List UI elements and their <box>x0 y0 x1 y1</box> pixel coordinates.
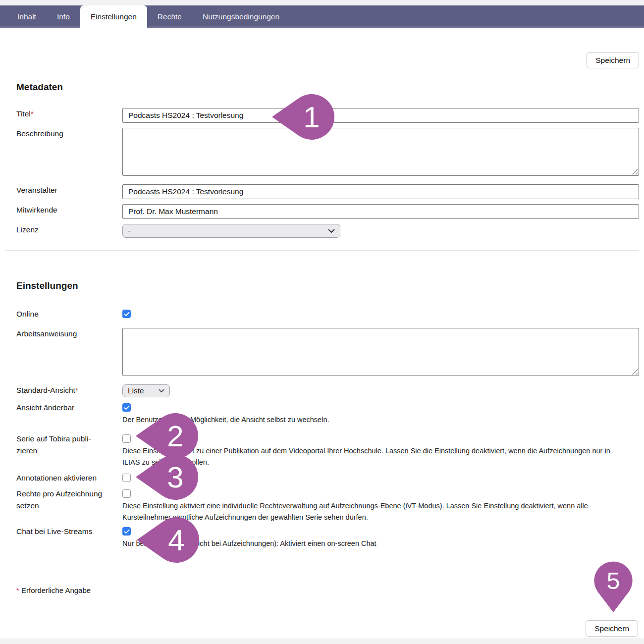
mitwirkende-label: Mitwirkende <box>16 204 108 216</box>
chevron-down-icon <box>328 229 335 233</box>
titel-row: Titel* <box>16 108 639 123</box>
standard-ansicht-label: Standard-Ansicht* <box>16 384 108 396</box>
chat-checkbox[interactable] <box>122 527 131 536</box>
lizenz-label: Lizenz <box>16 224 108 236</box>
ansicht-aenderbar-row: Ansicht änderbar Der Benutzer hat die Mö… <box>16 403 639 426</box>
lizenz-select[interactable]: - <box>122 224 340 238</box>
settings-page: Inhalt Info Einstellungen Rechte Nutzung… <box>0 0 644 644</box>
online-label: Online <box>16 308 108 320</box>
titel-label: Titel* <box>16 108 108 120</box>
tab-inhalt[interactable]: Inhalt <box>7 5 47 28</box>
tobira-help: Diese Einstellung führt zu einer Publika… <box>122 445 626 468</box>
arbeitsanweisung-label: Arbeitsanweisung <box>16 328 108 340</box>
rechte-pro-help: Diese Einstellung aktiviert eine individ… <box>122 500 626 523</box>
titel-input[interactable] <box>122 108 639 123</box>
mitwirkende-input[interactable] <box>122 204 639 219</box>
rechte-pro-label: Rechte pro Aufzeich­nung setzen <box>16 488 108 512</box>
beschreibung-label: Beschreibung <box>16 128 108 140</box>
veranstalter-row: Veranstalter <box>16 184 639 199</box>
beschreibung-row: Beschreibung <box>16 128 639 176</box>
required-asterisk: * <box>75 386 78 394</box>
chevron-down-icon <box>159 389 164 393</box>
settings-heading: Einstellungen <box>16 280 639 291</box>
lizenz-row: Lizenz - <box>16 224 639 238</box>
ansicht-aenderbar-label: Ansicht änderbar <box>16 402 108 414</box>
standard-ansicht-row: Standard-Ansicht* Liste <box>16 384 639 397</box>
ansicht-aenderbar-checkbox[interactable] <box>122 403 131 412</box>
annotationen-checkbox[interactable] <box>122 474 131 482</box>
standard-ansicht-select[interactable]: Liste <box>122 384 170 397</box>
svg-text:5: 5 <box>606 567 620 594</box>
required-note: * Erforderliche Angabe <box>16 586 91 595</box>
section-divider <box>5 250 639 251</box>
annotation-marker-5: 5 <box>592 559 634 613</box>
tab-einstellungen[interactable]: Einstellungen <box>80 5 147 28</box>
check-icon <box>124 527 130 536</box>
browser-top-strip <box>0 0 644 5</box>
chat-row: Chat bei Live-Streams Nur bei Live-Strea… <box>16 527 639 549</box>
check-icon <box>124 403 130 412</box>
check-icon <box>124 310 130 319</box>
form-content: Speichern Metadaten Titel* Beschreibung … <box>0 28 644 549</box>
rechte-pro-checkbox[interactable] <box>122 489 131 498</box>
arbeitsanweisung-row: Arbeitsanweisung <box>16 328 639 376</box>
tobira-label: Serie auf Tobira publi­zieren <box>16 433 108 457</box>
metadata-heading: Metadaten <box>16 82 639 93</box>
save-button-top[interactable]: Speichern <box>587 52 639 68</box>
annotationen-label: Annotationen aktivie­ren <box>16 472 108 484</box>
tab-rechte[interactable]: Rechte <box>147 5 192 28</box>
tab-nutzungsbedingungen[interactable]: Nutzungsbedingungen <box>192 5 290 28</box>
tab-bar: Inhalt Info Einstellungen Rechte Nutzung… <box>0 5 644 28</box>
chat-label: Chat bei Live-Streams <box>16 526 108 537</box>
online-checkbox[interactable] <box>122 310 131 318</box>
rechte-pro-row: Rechte pro Aufzeich­nung setzen Diese Ei… <box>16 489 639 523</box>
beschreibung-textarea[interactable] <box>122 128 639 176</box>
veranstalter-input[interactable] <box>122 184 639 199</box>
tobira-checkbox[interactable] <box>122 434 131 443</box>
ansicht-aenderbar-help: Der Benutzer hat die Möglichkeit, die An… <box>122 414 626 426</box>
tab-info[interactable]: Info <box>47 5 80 28</box>
mitwirkende-row: Mitwirkende <box>16 204 639 219</box>
standard-ansicht-selected-value: Liste <box>128 386 144 395</box>
chat-help: Nur bei Live-Streams (nicht bei Aufzeich… <box>122 538 626 549</box>
veranstalter-label: Veranstalter <box>16 184 108 196</box>
tobira-row: Serie auf Tobira publi­zieren Diese Eins… <box>16 434 639 468</box>
online-row: Online <box>16 310 639 320</box>
lizenz-selected-value: - <box>128 226 130 235</box>
arbeitsanweisung-textarea[interactable] <box>122 328 639 376</box>
required-asterisk: * <box>16 586 19 594</box>
save-button-bottom[interactable]: Speichern <box>586 620 638 637</box>
browser-bottom-strip <box>0 639 644 644</box>
required-asterisk: * <box>31 109 34 118</box>
annotationen-row: Annotationen aktivie­ren <box>16 474 639 484</box>
